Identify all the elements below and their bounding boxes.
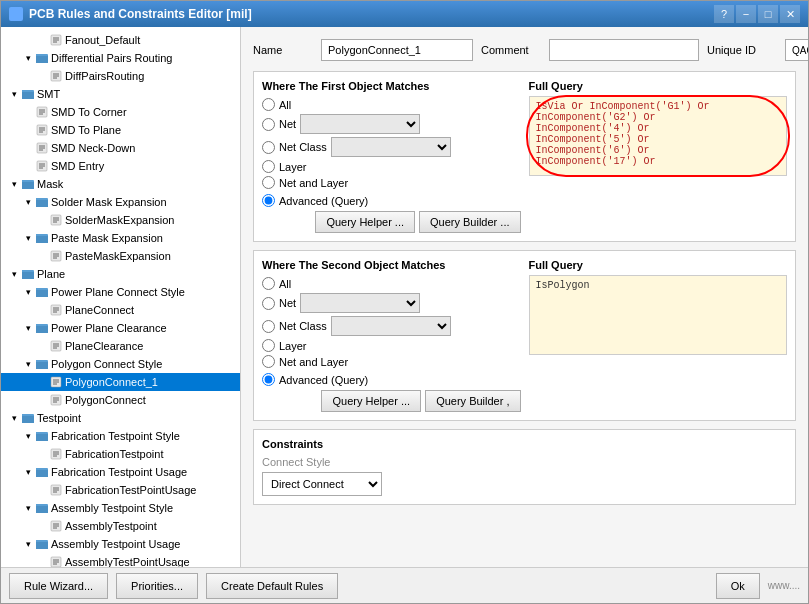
second-layer-radio[interactable] bbox=[262, 339, 275, 352]
help-button[interactable]: ? bbox=[714, 5, 734, 23]
tree-item-solder_mask_expansion[interactable]: Solder Mask Expansion bbox=[1, 193, 240, 211]
first-layer-radio[interactable] bbox=[262, 160, 275, 173]
tree-item-plane[interactable]: Plane bbox=[1, 265, 240, 283]
expand-icon-power_plane_connect_style[interactable] bbox=[21, 285, 35, 299]
expand-icon-fab_testpoint_style[interactable] bbox=[21, 429, 35, 443]
expand-icon-assembly_testpoint_style[interactable] bbox=[21, 501, 35, 515]
second-net-select[interactable] bbox=[300, 293, 420, 313]
tree-item-power_plane_clearance[interactable]: Power Plane Clearance bbox=[1, 319, 240, 337]
tree-item-assembly_testpoint_style[interactable]: Assembly Testpoint Style bbox=[1, 499, 240, 517]
second-netclass-select[interactable] bbox=[331, 316, 451, 336]
uid-input[interactable] bbox=[785, 39, 808, 61]
tree-item-soldermaskexpansion[interactable]: SolderMaskExpansion bbox=[1, 211, 240, 229]
expand-icon-diffpairsrouting[interactable] bbox=[35, 69, 49, 83]
name-input[interactable] bbox=[321, 39, 473, 61]
second-net-radio[interactable] bbox=[262, 297, 275, 310]
tree-item-polygon_connect_style[interactable]: Polygon Connect Style bbox=[1, 355, 240, 373]
first-netlayer-radio[interactable] bbox=[262, 176, 275, 189]
first-netclass-select[interactable] bbox=[331, 137, 451, 157]
tree-item-assemblytestpoint[interactable]: AssemblyTestpoint bbox=[1, 517, 240, 535]
second-netclass-radio[interactable] bbox=[262, 320, 275, 333]
tree-item-smd_entry[interactable]: SMD Entry bbox=[1, 157, 240, 175]
tree-item-fab_testpoint_style[interactable]: Fabrication Testpoint Style bbox=[1, 427, 240, 445]
expand-icon-diff_pairs_routing[interactable] bbox=[21, 51, 35, 65]
first-advanced-radio[interactable] bbox=[262, 194, 275, 207]
ok-btn[interactable]: Ok bbox=[716, 573, 760, 599]
tree-item-smd_neck_down[interactable]: SMD Neck-Down bbox=[1, 139, 240, 157]
first-query-helper-btn[interactable]: Query Helper ... bbox=[315, 211, 415, 233]
expand-icon-pastemaskexpansion[interactable] bbox=[35, 249, 49, 263]
expand-icon-polygon_connect_style[interactable] bbox=[21, 357, 35, 371]
tree-label-assemblytestpointusage: AssemblyTestPointUsage bbox=[65, 556, 190, 567]
second-net-label: Net bbox=[279, 297, 296, 309]
expand-icon-fabricationtestpointusage[interactable] bbox=[35, 483, 49, 497]
tree-item-assemblytestpointusage[interactable]: AssemblyTestPointUsage bbox=[1, 553, 240, 567]
tree-item-polygonconnect[interactable]: PolygonConnect bbox=[1, 391, 240, 409]
expand-icon-assemblytestpointusage[interactable] bbox=[35, 555, 49, 567]
tree-item-fab_testpoint_usage[interactable]: Fabrication Testpoint Usage bbox=[1, 463, 240, 481]
expand-icon-smd_to_plane[interactable] bbox=[21, 123, 35, 137]
expand-icon-planeclearance[interactable] bbox=[35, 339, 49, 353]
second-all-radio[interactable] bbox=[262, 277, 275, 290]
type-icon-smd_to_corner bbox=[35, 105, 49, 119]
connect-style-select[interactable]: Direct Connect Relief Connect No Connect bbox=[262, 472, 382, 496]
expand-icon-assemblytestpoint[interactable] bbox=[35, 519, 49, 533]
tree-item-paste_mask_expansion[interactable]: Paste Mask Expansion bbox=[1, 229, 240, 247]
expand-icon-paste_mask_expansion[interactable] bbox=[21, 231, 35, 245]
tree-item-power_plane_connect_style[interactable]: Power Plane Connect Style bbox=[1, 283, 240, 301]
tree-item-smd_to_corner[interactable]: SMD To Corner bbox=[1, 103, 240, 121]
expand-icon-planeconnect[interactable] bbox=[35, 303, 49, 317]
svg-rect-37 bbox=[36, 234, 41, 236]
second-netlayer-radio[interactable] bbox=[262, 355, 275, 368]
tree-item-assembly_testpoint_usage[interactable]: Assembly Testpoint Usage bbox=[1, 535, 240, 553]
expand-icon-mask[interactable] bbox=[7, 177, 21, 191]
first-all-radio[interactable] bbox=[262, 98, 275, 111]
tree-item-smt[interactable]: SMT bbox=[1, 85, 240, 103]
tree-item-fabricationtestpoint[interactable]: FabricationTestpoint bbox=[1, 445, 240, 463]
maximize-button[interactable]: □ bbox=[758, 5, 778, 23]
first-net-radio[interactable] bbox=[262, 118, 275, 131]
tree-item-smd_to_plane[interactable]: SMD To Plane bbox=[1, 121, 240, 139]
first-netclass-radio[interactable] bbox=[262, 141, 275, 154]
tree-item-diffpairsrouting[interactable]: DiffPairsRouting bbox=[1, 67, 240, 85]
expand-icon-fanout_default[interactable] bbox=[35, 33, 49, 47]
expand-icon-smd_neck_down[interactable] bbox=[21, 141, 35, 155]
expand-icon-assembly_testpoint_usage[interactable] bbox=[21, 537, 35, 551]
expand-icon-smt[interactable] bbox=[7, 87, 21, 101]
expand-icon-smd_to_corner[interactable] bbox=[21, 105, 35, 119]
expand-icon-testpoint[interactable] bbox=[7, 411, 21, 425]
expand-icon-fab_testpoint_usage[interactable] bbox=[21, 465, 35, 479]
first-full-query-label: Full Query bbox=[529, 80, 788, 92]
expand-icon-polygonconnect_1[interactable] bbox=[35, 375, 49, 389]
first-query-builder-btn[interactable]: Query Builder ... bbox=[419, 211, 520, 233]
tree-item-polygonconnect_1[interactable]: PolygonConnect_1 bbox=[1, 373, 240, 391]
tree-item-pastemaskexpansion[interactable]: PasteMaskExpansion bbox=[1, 247, 240, 265]
expand-icon-plane[interactable] bbox=[7, 267, 21, 281]
second-layer-row: Layer bbox=[262, 339, 521, 352]
minimize-button[interactable]: − bbox=[736, 5, 756, 23]
tree-item-fanout_default[interactable]: Fanout_Default bbox=[1, 31, 240, 49]
expand-icon-soldermaskexpansion[interactable] bbox=[35, 213, 49, 227]
rule-wizard-btn[interactable]: Rule Wizard... bbox=[9, 573, 108, 599]
second-query-helper-btn[interactable]: Query Helper ... bbox=[321, 390, 421, 412]
first-net-select[interactable] bbox=[300, 114, 420, 134]
svg-rect-87 bbox=[36, 540, 41, 542]
create-default-rules-btn[interactable]: Create Default Rules bbox=[206, 573, 338, 599]
expand-icon-fabricationtestpoint[interactable] bbox=[35, 447, 49, 461]
type-icon-diff_pairs_routing bbox=[35, 51, 49, 65]
second-query-builder-btn[interactable]: Query Builder , bbox=[425, 390, 520, 412]
expand-icon-polygonconnect[interactable] bbox=[35, 393, 49, 407]
tree-item-planeclearance[interactable]: PlaneClearance bbox=[1, 337, 240, 355]
tree-item-testpoint[interactable]: Testpoint bbox=[1, 409, 240, 427]
expand-icon-power_plane_clearance[interactable] bbox=[21, 321, 35, 335]
second-advanced-radio[interactable] bbox=[262, 373, 275, 386]
expand-icon-solder_mask_expansion[interactable] bbox=[21, 195, 35, 209]
comment-input[interactable] bbox=[549, 39, 699, 61]
tree-item-fabricationtestpointusage[interactable]: FabricationTestPointUsage bbox=[1, 481, 240, 499]
tree-item-mask[interactable]: Mask bbox=[1, 175, 240, 193]
close-button[interactable]: ✕ bbox=[780, 5, 800, 23]
tree-item-diff_pairs_routing[interactable]: Differential Pairs Routing bbox=[1, 49, 240, 67]
expand-icon-smd_entry[interactable] bbox=[21, 159, 35, 173]
tree-item-planeconnect[interactable]: PlaneConnect bbox=[1, 301, 240, 319]
priorities-btn[interactable]: Priorities... bbox=[116, 573, 198, 599]
